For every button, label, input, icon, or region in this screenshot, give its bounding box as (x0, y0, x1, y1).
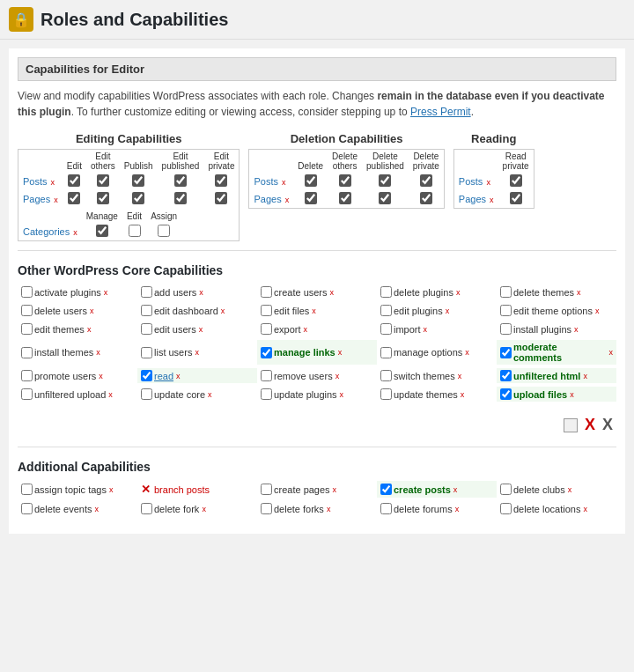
import-cb[interactable] (380, 323, 392, 335)
moderate-comments-cb[interactable] (500, 347, 512, 358)
del-pages-cb4[interactable] (409, 190, 444, 208)
create-pages-cb[interactable] (261, 484, 272, 495)
branch-posts-strike-icon: ✕ (141, 483, 151, 496)
update-core-cb[interactable] (141, 388, 152, 400)
del-posts-cb1[interactable] (293, 173, 328, 190)
list-item: activate plugins x (18, 284, 137, 299)
add-users-label: add users (154, 287, 196, 298)
create-pages-label: create pages (274, 484, 330, 495)
read-posts-cb[interactable] (498, 173, 534, 190)
activate-plugins-cb[interactable] (21, 286, 33, 298)
create-users-label: create users (274, 287, 328, 298)
edit-col-blank (18, 150, 63, 173)
capabilities-tables: Editing Capabilities Edit Editothers Pub… (18, 129, 616, 241)
manage-options-cb[interactable] (380, 347, 392, 358)
list-item: install plugins x (497, 321, 616, 336)
posts-others-cb[interactable] (86, 173, 120, 190)
pages-publish-cb[interactable] (120, 190, 158, 208)
install-plugins-cb[interactable] (500, 323, 512, 335)
create-posts-label: create posts (394, 484, 451, 495)
edit-plugins-cb[interactable] (380, 305, 392, 316)
pages-others-cb[interactable] (86, 190, 120, 208)
del-posts-cb3[interactable] (362, 173, 409, 190)
switch-themes-cb[interactable] (380, 370, 392, 381)
edit-files-cb[interactable] (261, 305, 272, 316)
pages-private-cb[interactable] (203, 190, 239, 208)
posts-published-cb[interactable] (158, 173, 204, 190)
edit-dashboard-cb[interactable] (141, 305, 152, 316)
upload-files-cb[interactable] (500, 388, 512, 400)
del-pages-cb3[interactable] (362, 190, 409, 208)
table-row: Pages x (18, 190, 239, 208)
del-pages-cb2[interactable] (328, 190, 362, 208)
deletion-cap-title: Deletion Capabilities (248, 129, 444, 149)
create-users-cb[interactable] (261, 286, 272, 298)
delete-themes-cb[interactable] (500, 286, 512, 298)
update-plugins-cb[interactable] (261, 388, 272, 400)
delete-forks-cb[interactable] (261, 503, 272, 514)
list-item: delete events x (18, 501, 137, 516)
cat-manage-cb[interactable] (82, 223, 122, 240)
press-permit-link[interactable]: Press Permit (410, 106, 471, 118)
del-posts-label: Posts x (249, 173, 293, 190)
posts-edit-cb[interactable] (63, 173, 86, 190)
add-users-cb[interactable] (141, 286, 152, 298)
cat-assign-cb[interactable] (146, 223, 181, 240)
posts-private-cb[interactable] (203, 173, 239, 190)
posts-publish-cb[interactable] (120, 173, 158, 190)
table-row: Pages x (249, 190, 443, 208)
del-pages-cb1[interactable] (293, 190, 328, 208)
delete-forks-label: delete forks (274, 504, 324, 514)
del-posts-cb4[interactable] (409, 173, 444, 190)
assign-topic-tags-cb[interactable] (21, 484, 33, 495)
tax-col-assign: Assign (146, 210, 181, 223)
main-content: Capabilities for Editor View and modify … (9, 48, 625, 534)
edit-themes-label: edit themes (34, 324, 85, 335)
tax-col-manage: Manage (82, 210, 122, 223)
unfiltered-html-cb[interactable] (500, 370, 512, 381)
del-posts-cb2[interactable] (328, 173, 362, 190)
delete-locations-cb[interactable] (500, 503, 512, 514)
create-posts-cb[interactable] (380, 484, 392, 495)
cancel-red-button[interactable]: X (585, 416, 595, 434)
edit-theme-options-cb[interactable] (500, 305, 512, 316)
switch-themes-label: switch themes (394, 371, 455, 381)
list-users-cb[interactable] (141, 347, 152, 358)
edit-themes-cb[interactable] (21, 323, 33, 335)
remove-users-cb[interactable] (261, 370, 272, 381)
export-cb[interactable] (261, 323, 272, 335)
delete-fork-label: delete fork (154, 504, 199, 514)
delete-users-cb[interactable] (21, 305, 33, 316)
other-caps-grid: activate plugins x add users x create us… (18, 284, 616, 402)
install-themes-cb[interactable] (21, 347, 33, 358)
read-cb[interactable] (141, 370, 152, 381)
unfiltered-upload-cb[interactable] (21, 388, 33, 400)
cancel-dark-button[interactable]: X (602, 416, 613, 434)
cat-edit-cb[interactable] (122, 223, 146, 240)
read-col-blank (454, 150, 498, 173)
tax-col-edit: Edit (122, 210, 146, 223)
list-item: read x (137, 368, 257, 383)
deletion-cap-table: Delete Deleteothers Deletepublished Dele… (249, 150, 443, 208)
delete-clubs-cb[interactable] (500, 484, 512, 495)
list-item: delete clubs x (497, 481, 616, 498)
promote-users-cb[interactable] (21, 370, 33, 381)
manage-links-cb[interactable] (261, 347, 272, 358)
tax-col-blank (18, 210, 82, 223)
update-themes-cb[interactable] (380, 388, 392, 400)
list-item: install themes x (18, 340, 137, 365)
delete-fork-cb[interactable] (141, 503, 152, 514)
delete-plugins-cb[interactable] (380, 286, 392, 298)
delete-forums-cb[interactable] (380, 503, 392, 514)
list-item: delete locations x (497, 501, 616, 516)
list-item: edit dashboard x (137, 303, 257, 318)
edit-col-publish: Publish (120, 150, 158, 173)
read-pages-cb[interactable] (498, 190, 534, 208)
pages-published-cb[interactable] (158, 190, 204, 208)
edit-col-edit: Edit (63, 150, 86, 173)
save-button[interactable] (564, 418, 578, 432)
list-item: unfiltered html x (497, 368, 616, 383)
delete-events-cb[interactable] (21, 503, 33, 514)
pages-edit-cb[interactable] (63, 190, 86, 208)
edit-users-cb[interactable] (141, 323, 152, 335)
